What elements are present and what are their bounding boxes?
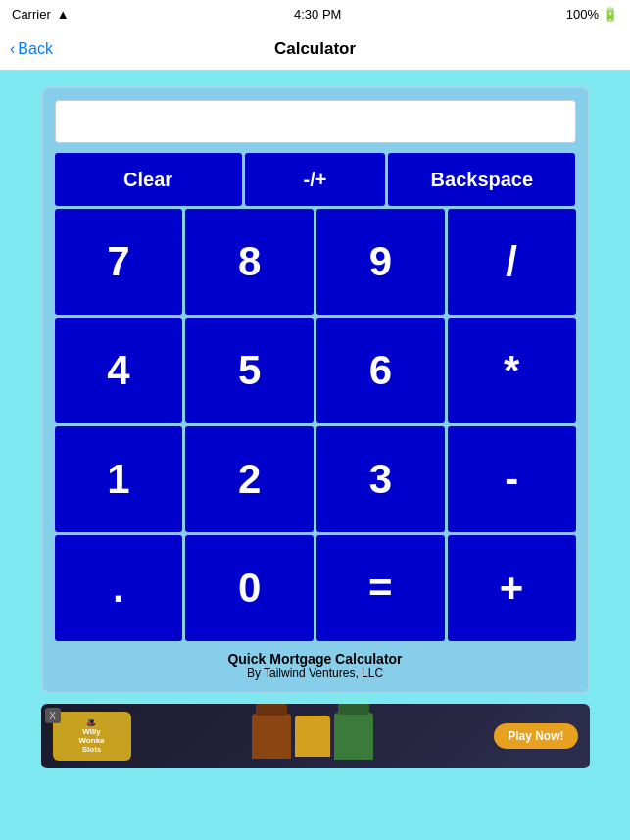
clear-button[interactable]: Clear (55, 153, 242, 206)
calculator: Clear -/+ Backspace 7 8 9 / 4 5 6 * 1 (41, 86, 590, 694)
ad-close-button[interactable]: X (45, 708, 61, 723)
button-equals[interactable]: = (316, 535, 445, 641)
status-right: 100% 🔋 (566, 7, 618, 22)
ad-characters (139, 712, 487, 761)
button-5[interactable]: 5 (185, 318, 314, 423)
button-6[interactable]: 6 (316, 318, 445, 423)
number-row-1: 7 8 9 / (55, 209, 576, 315)
toggle-sign-button[interactable]: -/+ (245, 153, 385, 206)
button-subtract[interactable]: - (448, 426, 576, 532)
number-row-4: . 0 = + (55, 535, 576, 641)
back-button[interactable]: ‹ Back (10, 40, 53, 58)
button-7[interactable]: 7 (55, 209, 183, 315)
app-name: Quick Mortgage Calculator (55, 651, 576, 667)
backspace-button[interactable]: Backspace (388, 153, 575, 206)
battery-label: 100% (566, 7, 599, 22)
page-title: Calculator (274, 39, 356, 59)
button-add[interactable]: + (448, 535, 576, 641)
button-8[interactable]: 8 (185, 209, 314, 315)
button-0[interactable]: 0 (185, 535, 314, 641)
button-multiply[interactable]: * (448, 318, 576, 423)
status-time: 4:30 PM (294, 7, 341, 22)
app-author: By Tailwind Ventures, LLC (55, 667, 576, 680)
ad-banner: X 🎩WillyWonkaSlots Play Now! (41, 704, 590, 768)
top-button-row: Clear -/+ Backspace (55, 153, 576, 206)
button-9[interactable]: 9 (316, 209, 445, 315)
nav-bar: ‹ Back Calculator (0, 27, 630, 71)
button-1[interactable]: 1 (55, 426, 183, 532)
battery-icon: 🔋 (603, 7, 618, 22)
chevron-left-icon: ‹ (10, 40, 15, 58)
button-4[interactable]: 4 (55, 318, 183, 423)
wifi-icon: ▲ (57, 7, 70, 22)
button-2[interactable]: 2 (185, 426, 314, 532)
button-divide[interactable]: / (448, 209, 576, 315)
calculator-display (55, 100, 576, 143)
main-content: Clear -/+ Backspace 7 8 9 / 4 5 6 * 1 (0, 71, 630, 840)
carrier-label: Carrier (12, 7, 51, 22)
number-row-3: 1 2 3 - (55, 426, 576, 532)
ad-logo-text: 🎩WillyWonkaSlots (76, 716, 106, 756)
button-3[interactable]: 3 (316, 426, 445, 532)
status-bar: Carrier ▲ 4:30 PM 100% 🔋 (0, 0, 630, 27)
status-left: Carrier ▲ (12, 7, 70, 22)
ad-play-button[interactable]: Play Now! (494, 723, 577, 749)
button-decimal[interactable]: . (55, 535, 183, 641)
calculator-grid: Clear -/+ Backspace 7 8 9 / 4 5 6 * 1 (55, 153, 576, 641)
back-label: Back (18, 40, 53, 58)
number-row-2: 4 5 6 * (55, 318, 576, 423)
ad-inner: X 🎩WillyWonkaSlots Play Now! (41, 704, 590, 768)
footer: Quick Mortgage Calculator By Tailwind Ve… (55, 651, 576, 680)
ad-logo: 🎩WillyWonkaSlots (53, 712, 131, 761)
